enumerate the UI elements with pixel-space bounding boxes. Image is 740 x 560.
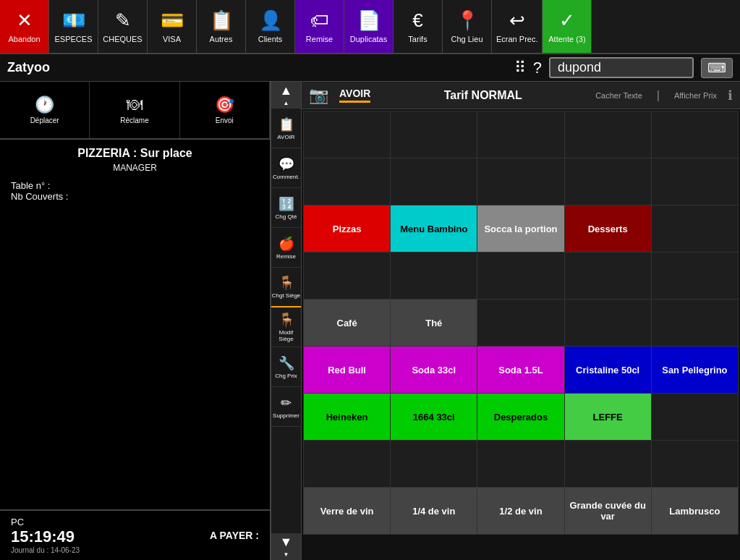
grid-cell-r4c2	[477, 300, 564, 347]
ms-icon-scroll-up: ▲	[280, 83, 293, 98]
device-label: PC	[11, 517, 80, 527]
app-title: Zatyoo	[7, 60, 50, 75]
la-icon-deplacer: 🕐	[35, 96, 54, 114]
tb-label-autres: Autres	[210, 35, 233, 43]
tb-icon-especes: 💶	[62, 9, 85, 32]
grid-cell-r7c4	[651, 441, 738, 488]
avoir-label[interactable]: AVOIR	[339, 88, 370, 103]
toolbar-btn-ecran_prec[interactable]: ↩Ecran Prec.	[492, 0, 543, 53]
footer-left: PC 15:19:49 Journal du : 14-06-23	[11, 517, 80, 554]
grid-cell-r5c0[interactable]: Red Bull	[304, 347, 391, 394]
grid-cell-r0c4	[651, 111, 738, 158]
grid-cell-r6c3[interactable]: LEFFE	[564, 394, 651, 441]
hide-text-button[interactable]: Cacher Texte	[595, 91, 642, 100]
tb-icon-autres: 📋	[210, 9, 233, 32]
left-footer: PC 15:19:49 Journal du : 14-06-23 A PAYE…	[0, 509, 270, 560]
grid-cell-r0c0	[304, 111, 391, 158]
grid-cell-r3c1	[391, 253, 477, 300]
sidebar-btn-scroll-dn[interactable]: ▼▼	[271, 533, 302, 560]
sidebar-btn-modif_siege[interactable]: 🪑Modif Siège	[271, 307, 302, 347]
grid-cell-r0c1	[391, 111, 477, 158]
grid-cell-r7c2	[477, 441, 564, 488]
grid-cell-r5c1[interactable]: Soda 33cl	[391, 347, 477, 394]
tb-label-clients: Clients	[258, 35, 283, 43]
sidebar-btn-avoir[interactable]: 📋AVOIR	[271, 109, 302, 148]
sidebar-btn-chg_prix[interactable]: 🔧Chg Prix	[271, 347, 302, 387]
toolbar-btn-duplicatas[interactable]: 📄Duplicatas	[344, 0, 394, 53]
grid-cell-r7c0	[304, 441, 391, 488]
toolbar-btn-especes[interactable]: 💶ESPECES	[49, 0, 98, 53]
ms-label-avoir: AVOIR	[277, 134, 294, 140]
qr-icon[interactable]: ⠿	[514, 59, 526, 77]
grid-cell-r4c4	[651, 300, 738, 347]
grid-cell-r2c4	[651, 205, 738, 253]
subheader: Zatyoo ⠿ ? ⌨	[0, 54, 740, 82]
table-row: Table n° :	[11, 180, 259, 191]
grid-cell-r8c1[interactable]: 1/4 de vin	[391, 488, 477, 535]
sidebar-btn-chg_qte[interactable]: 🔢Chg Qté	[271, 188, 302, 228]
sidebar-btn-chat_siege[interactable]: 🪑Chgt Siège	[271, 268, 302, 307]
info-icon[interactable]: ℹ	[728, 88, 733, 103]
grid-cell-r2c0[interactable]: Pizzas	[304, 205, 391, 253]
show-price-button[interactable]: Afficher Prix	[674, 91, 717, 100]
grid-cell-r6c1[interactable]: 1664 33cl	[391, 394, 477, 441]
grid-cell-r6c2[interactable]: Desperados	[477, 394, 564, 441]
la-label-envoi: Envoi	[216, 116, 234, 124]
tb-label-cheques: CHEQUES	[103, 35, 142, 43]
footer-time: 15:19:49	[11, 527, 80, 546]
grid-cell-r4c3	[564, 300, 651, 347]
ms-label-chg_qte: Chg Qté	[276, 213, 297, 220]
toolbar-btn-autres[interactable]: 📋Autres	[197, 0, 246, 53]
toolbar-btn-tarifs[interactable]: €Tarifs	[394, 0, 443, 53]
grid-cell-r8c0[interactable]: Verre de vin	[304, 488, 391, 535]
grid-cell-r3c2	[477, 253, 564, 300]
grid-cell-r5c3[interactable]: Cristaline 50cl	[564, 347, 651, 394]
grid-cell-r4c1[interactable]: Thé	[391, 300, 477, 347]
grid-cell-r1c2	[477, 158, 564, 205]
tb-label-especes: ESPECES	[55, 35, 93, 43]
grid-cell-r0c2	[477, 111, 564, 158]
grid-cell-r2c1[interactable]: Menu Bambino	[391, 205, 477, 253]
toolbar-btn-attente[interactable]: ✓Attente (3)	[543, 0, 592, 53]
toolbar-btn-chg_lieu[interactable]: 📍Chg Lieu	[443, 0, 492, 53]
tb-icon-tarifs: €	[412, 9, 422, 32]
ms-icon-avoir: 📋	[278, 116, 294, 132]
sidebar-btn-scroll-up[interactable]: ▲▲	[271, 82, 302, 109]
tb-label-duplicatas: Duplicatas	[350, 35, 387, 43]
tb-label-abandon: Abandon	[8, 35, 40, 43]
left-action-reclame[interactable]: 🍽Réclame	[90, 82, 179, 138]
toolbar: ✕Abandon💶ESPECES✎CHEQUES💳VISA📋Autres👤Cli…	[0, 0, 740, 54]
grid-cell-r8c4[interactable]: Lambrusco	[651, 488, 738, 535]
grid-cell-r2c3[interactable]: Desserts	[564, 205, 651, 253]
ms-icon-remise: 🍎	[278, 236, 294, 252]
grid-cell-r2c2[interactable]: Socca la portion	[477, 205, 564, 253]
grid-cell-r8c3[interactable]: Grande cuvée du var	[564, 488, 651, 535]
grid-cell-r6c0[interactable]: Heineken	[304, 394, 391, 441]
toolbar-btn-clients[interactable]: 👤Clients	[246, 0, 295, 53]
ms-label-comment: Comment.	[273, 174, 299, 180]
grid-cell-r4c0[interactable]: Café	[304, 300, 391, 347]
sidebar-btn-remise[interactable]: 🍎Remise	[271, 228, 302, 268]
grid-cell-r5c4[interactable]: San Pellegrino	[651, 347, 738, 394]
ms-label-scroll-dn: ▼	[284, 551, 289, 558]
grid-cell-r8c2[interactable]: 1/2 de vin	[477, 488, 564, 535]
help-icon[interactable]: ?	[533, 59, 542, 77]
toolbar-btn-abandon[interactable]: ✕Abandon	[0, 0, 49, 53]
keyboard-button[interactable]: ⌨	[701, 58, 733, 78]
la-label-reclame: Réclame	[120, 116, 148, 124]
tb-icon-remise: 🏷	[310, 9, 329, 32]
left-action-deplacer[interactable]: 🕐Déplacer	[0, 82, 90, 138]
toolbar-btn-cheques[interactable]: ✎CHEQUES	[98, 0, 148, 53]
tb-label-tarifs: Tarifs	[408, 35, 427, 43]
sidebar-btn-supprimer[interactable]: ✏Supprimer	[271, 387, 302, 427]
search-input[interactable]	[549, 57, 694, 78]
left-action-envoi[interactable]: 🎯Envoi	[180, 82, 270, 138]
tb-label-ecran_prec: Ecran Prec.	[496, 35, 537, 43]
avoir-camera-icon[interactable]: 📷	[309, 86, 328, 105]
ms-icon-comment: 💬	[278, 156, 294, 172]
sidebar-btn-comment[interactable]: 💬Comment.	[271, 148, 302, 188]
grid-cell-r5c2[interactable]: Soda 1.5L	[477, 347, 564, 394]
toolbar-btn-remise[interactable]: 🏷Remise	[295, 0, 344, 53]
grid-cell-r7c3	[564, 441, 651, 488]
toolbar-btn-visa[interactable]: 💳VISA	[148, 0, 197, 53]
